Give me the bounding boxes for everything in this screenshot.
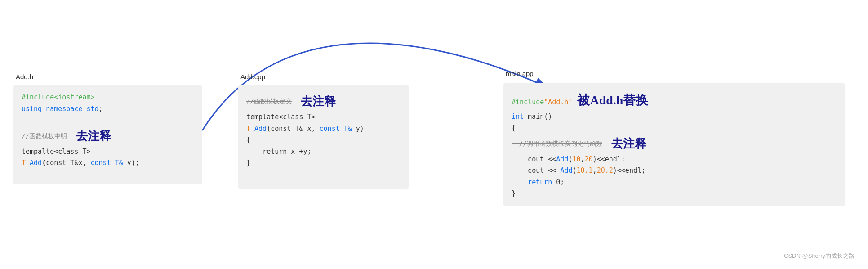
addcpp-brace-open: { <box>246 134 401 146</box>
mainapp-comment-line: //调用函数模板实例化的函数 去注释 <box>512 134 837 154</box>
addcpp-label: Add.cpp <box>240 73 265 81</box>
mainapp-label: main,app <box>506 70 534 77</box>
addh-comment-strike: //函数模板申明 <box>22 131 67 142</box>
addcpp-comment-line: //函数模板定义 去注释 <box>246 92 401 112</box>
mainapp-int-main: int main() <box>512 111 837 123</box>
mainapp-comment-strike: //调用函数模板实例化的函数 <box>512 139 602 149</box>
mainapp-include-line: #include "Add.h" 被Add.h替换 <box>512 90 837 111</box>
addh-label: Add.h <box>16 73 33 81</box>
addh-panel: #include<iostream> using namespace std; … <box>13 85 202 184</box>
addcpp-template: template<class T> <box>246 112 401 123</box>
mainapp-brace-close: } <box>512 188 837 200</box>
addh-annotation: 去注释 <box>76 126 111 146</box>
mainapp-cout2: cout << Add(10.1,20.2)<<endl; <box>512 165 837 177</box>
addh-template: tempalte<class T> <box>22 146 194 158</box>
addcpp-panel: //函数模板定义 去注释 template<class T> T Add(con… <box>238 85 409 189</box>
mainapp-brace-open: { <box>512 122 837 134</box>
addcpp-annotation: 去注释 <box>301 92 336 112</box>
mainapp-return: return 0; <box>512 177 837 188</box>
mainapp-panel: #include "Add.h" 被Add.h替换 int main() { /… <box>503 83 845 206</box>
addh-blank <box>22 115 194 126</box>
watermark: CSDN @Sherry的成长之路 <box>784 252 855 260</box>
addh-using: using namespace std; <box>22 103 194 115</box>
addcpp-return: return x +y; <box>246 146 401 158</box>
addh-comment-line: //函数模板申明 去注释 <box>22 126 194 146</box>
mainapp-annotation: 去注释 <box>611 134 646 154</box>
addh-include: #include<iostream> <box>22 92 194 103</box>
addh-func: T Add(const T&x, const T& y); <box>22 157 194 169</box>
addcpp-func: T Add(const T& x, const T& y) <box>246 123 401 135</box>
mainapp-cout1: cout <<Add(10,20)<<endl; <box>512 154 837 166</box>
addcpp-brace-close: } <box>246 157 401 169</box>
mainapp-replace-annotation: 被Add.h替换 <box>574 90 648 111</box>
main-container: Add.h #include<iostream> using namespace… <box>0 0 868 269</box>
addcpp-comment-strike: //函数模板定义 <box>246 96 292 107</box>
